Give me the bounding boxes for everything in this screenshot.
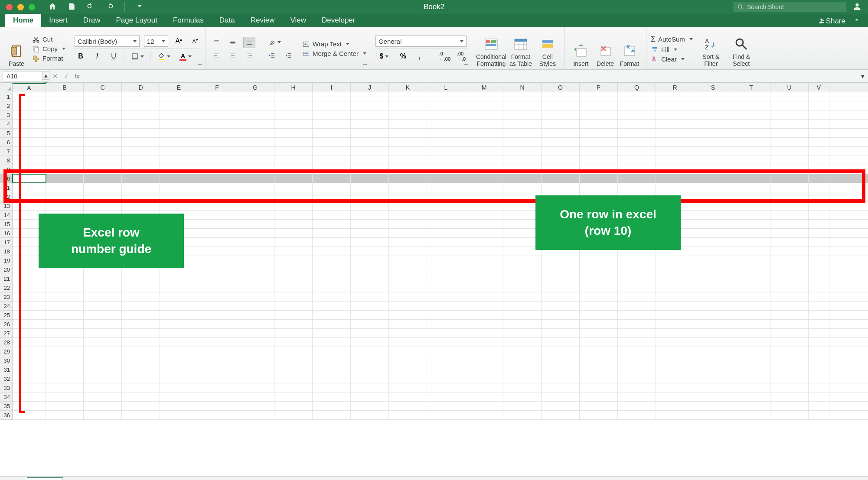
cell[interactable] [274,411,313,419]
cell[interactable] [198,165,236,174]
cell[interactable] [694,247,732,256]
cell[interactable] [732,320,770,328]
cell[interactable] [274,174,313,183]
cell[interactable] [274,265,313,274]
row-header[interactable]: 33 [0,383,12,392]
cell[interactable] [809,265,829,274]
cell[interactable] [770,283,809,292]
cell[interactable] [236,374,274,383]
cell[interactable] [656,120,694,128]
cell[interactable] [809,402,829,410]
cell[interactable] [84,338,122,347]
cell[interactable] [198,338,236,347]
cell[interactable] [13,392,46,401]
cell[interactable] [84,383,122,392]
cell[interactable] [46,392,84,401]
cell[interactable] [198,411,236,419]
cell[interactable] [122,411,160,419]
cell[interactable] [274,338,313,347]
cell[interactable] [389,365,427,374]
cell[interactable] [13,383,46,392]
cell[interactable] [770,120,809,128]
cell[interactable] [542,392,580,401]
cell[interactable] [160,347,198,356]
row-header[interactable]: 13 [0,201,12,211]
cell[interactable] [618,138,656,146]
cell[interactable] [13,347,46,356]
cell[interactable] [694,283,732,292]
cell[interactable] [236,392,274,401]
cell[interactable] [274,156,313,165]
cell[interactable] [465,374,503,383]
cell[interactable] [542,147,580,156]
cell[interactable] [694,129,732,137]
cell[interactable] [427,147,465,156]
cell[interactable] [809,92,829,101]
cell[interactable] [580,292,618,301]
cell[interactable] [198,329,236,337]
cell[interactable] [351,374,389,383]
cell[interactable] [236,201,274,210]
cell[interactable] [84,183,122,192]
cell[interactable] [656,274,694,283]
cell[interactable] [313,392,351,401]
cell[interactable] [770,247,809,256]
sort-filter-button[interactable]: AZSort & Filter [699,30,723,67]
cell[interactable] [236,229,274,237]
decrease-decimal-icon[interactable]: .00→.0 [455,51,467,62]
cell[interactable] [732,347,770,356]
cell[interactable] [160,365,198,374]
cell[interactable] [465,274,503,283]
cell[interactable] [503,183,542,192]
cell[interactable] [198,392,236,401]
cell[interactable] [236,156,274,165]
cell[interactable] [580,101,618,110]
cell[interactable] [809,311,829,319]
cell[interactable] [122,338,160,347]
row-header[interactable]: 15 [0,220,12,229]
minimize-window-icon[interactable] [17,4,24,10]
cell[interactable] [465,183,503,192]
cell[interactable] [13,320,46,328]
cell[interactable] [46,110,84,119]
cell[interactable] [618,147,656,156]
cell[interactable] [236,356,274,365]
format-painter-button[interactable]: Format [32,55,65,62]
cell[interactable] [580,374,618,383]
cell[interactable] [694,165,732,174]
cell[interactable] [13,156,46,165]
cell[interactable] [465,347,503,356]
fill-color-button[interactable] [155,51,173,62]
cell[interactable] [236,311,274,319]
cell[interactable] [465,302,503,310]
cell[interactable] [580,329,618,337]
cell[interactable] [770,374,809,383]
cell[interactable] [732,201,770,210]
cell[interactable] [694,374,732,383]
column-header[interactable]: N [503,83,542,92]
cell[interactable] [84,138,122,146]
cell[interactable] [580,256,618,265]
cell[interactable] [46,101,84,110]
column-header[interactable]: R [656,83,694,92]
cell[interactable] [13,356,46,365]
cell[interactable] [465,383,503,392]
cell[interactable] [656,338,694,347]
cell[interactable] [732,392,770,401]
cell[interactable] [427,101,465,110]
cell[interactable] [236,92,274,101]
cell[interactable] [351,220,389,228]
cell[interactable] [427,229,465,237]
cell[interactable] [160,311,198,319]
cell[interactable] [351,256,389,265]
cell[interactable] [770,392,809,401]
cell[interactable] [580,183,618,192]
percent-format-icon[interactable]: % [397,51,409,62]
cell[interactable] [236,165,274,174]
cell[interactable] [389,192,427,201]
cell[interactable] [542,138,580,146]
cell[interactable] [732,211,770,219]
undo-icon[interactable] [86,2,95,12]
cell[interactable] [770,265,809,274]
cell[interactable] [809,220,829,228]
